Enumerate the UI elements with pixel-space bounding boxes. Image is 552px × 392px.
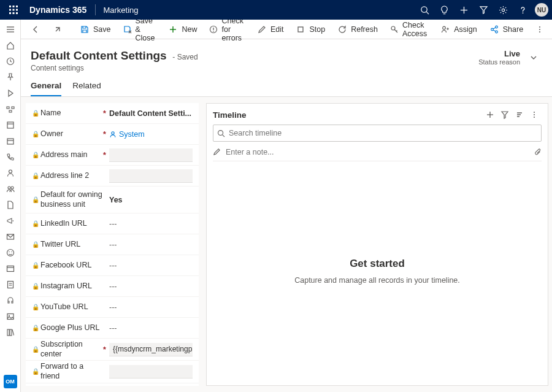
field-default-bu[interactable]: 🔒 Default for owning business unit Yes [26, 186, 199, 213]
field-address-main[interactable]: 🔒 Address main * [26, 145, 199, 166]
image-icon [6, 312, 15, 321]
field-value: Default Content Setti... [109, 107, 193, 120]
advanced-find-button[interactable] [473, 0, 493, 20]
nav-social[interactable] [2, 245, 19, 260]
new-button[interactable]: New [163, 21, 202, 38]
plus-icon [486, 110, 494, 119]
nav-announcement[interactable] [2, 213, 19, 228]
settings-button[interactable] [493, 0, 513, 20]
svg-point-40 [9, 315, 10, 317]
assistant-button[interactable] [434, 0, 454, 20]
nav-reports[interactable] [2, 198, 19, 212]
nav-assets[interactable] [2, 309, 19, 324]
share-button[interactable]: Share [485, 21, 528, 38]
tab-general[interactable]: General [31, 81, 61, 96]
field-address2[interactable]: 🔒 Address line 2 [26, 166, 199, 186]
nav-calendar[interactable] [2, 134, 19, 148]
edit-button[interactable]: Edit [252, 21, 289, 38]
field-youtube[interactable]: 🔒 YouTube URL --- [26, 297, 199, 318]
owner-link[interactable]: System [109, 130, 145, 139]
nav-segments[interactable] [2, 102, 19, 117]
quick-create-button[interactable] [454, 0, 473, 20]
open-new-button[interactable] [48, 21, 67, 38]
nav-recent[interactable] [2, 54, 19, 69]
field-value[interactable] [109, 148, 193, 162]
svg-point-56 [539, 31, 540, 33]
app-launcher-button[interactable] [4, 0, 23, 20]
nav-home[interactable] [2, 38, 19, 53]
field-twitter[interactable]: 🔒 Twitter URL --- [26, 234, 199, 255]
svg-rect-22 [9, 110, 12, 112]
clock-icon [6, 57, 15, 66]
refresh-button[interactable]: Refresh [332, 21, 383, 38]
nav-web[interactable] [2, 261, 19, 276]
nav-contacts-multi[interactable] [2, 182, 19, 196]
timeline-add-button[interactable] [483, 107, 497, 122]
field-name[interactable]: 🔒 Name * Default Content Setti... [26, 103, 199, 124]
nav-phone[interactable] [2, 150, 19, 164]
field-subscription-center[interactable]: 🔒 Subscription center * {{msdyncrm_marke… [26, 339, 199, 361]
edit-label: Edit [270, 25, 284, 34]
template-icon [6, 121, 15, 129]
timeline-note-input[interactable] [226, 148, 529, 156]
phone-icon [6, 153, 15, 161]
timeline-filter-button[interactable] [497, 107, 512, 122]
assign-label: Assign [454, 25, 477, 34]
field-instagram[interactable]: 🔒 Instagram URL --- [26, 276, 199, 297]
calendar-icon [6, 137, 15, 145]
app-name-label[interactable]: Marketing [98, 6, 143, 15]
nav-play[interactable] [2, 86, 19, 101]
lock-icon: 🔒 [32, 152, 39, 158]
field-label: Address line 2 [39, 171, 103, 181]
form-icon [6, 280, 15, 289]
nav-templates[interactable] [2, 118, 19, 133]
record-header: Default Content Settings - Saved Content… [21, 39, 552, 72]
nav-email[interactable] [2, 229, 19, 244]
back-button[interactable] [26, 21, 45, 38]
save-button[interactable]: Save [75, 21, 116, 38]
svg-point-32 [9, 252, 9, 252]
tab-related[interactable]: Related [72, 81, 101, 96]
record-title: Default Content Settings [31, 49, 167, 62]
timeline-empty-subtitle: Capture and manage all records in your t… [294, 276, 460, 285]
timeline-more-button[interactable] [527, 107, 542, 122]
area-switcher[interactable]: OM [4, 375, 17, 388]
required-marker: * [103, 109, 109, 118]
nav-forms[interactable] [2, 277, 19, 292]
nav-toggle-button[interactable] [2, 22, 19, 37]
svg-point-57 [112, 131, 114, 134]
timeline-search[interactable] [213, 125, 542, 142]
timeline-sort-button[interactable] [512, 107, 527, 122]
field-value[interactable] [109, 169, 193, 183]
help-button[interactable] [513, 0, 532, 20]
field-value[interactable]: {{msdyncrm_marketingp [109, 343, 193, 356]
field-googleplus[interactable]: 🔒 Google Plus URL --- [26, 318, 199, 339]
owner-name: System [119, 130, 145, 139]
check-access-button[interactable]: Check Access [385, 21, 433, 38]
header-expand-button[interactable] [525, 49, 542, 66]
field-linkedin[interactable]: 🔒 LinkedIn URL --- [26, 213, 199, 234]
timeline-search-input[interactable] [229, 129, 537, 137]
field-label: Default for owning business unit [39, 190, 103, 209]
field-value[interactable] [109, 365, 193, 379]
timeline-note-row[interactable] [213, 143, 542, 161]
svg-rect-41 [7, 329, 9, 336]
field-facebook[interactable]: 🔒 Facebook URL --- [26, 255, 199, 276]
assign-button[interactable]: Assign [435, 21, 482, 38]
user-avatar[interactable]: NU [535, 3, 548, 17]
brand-label[interactable]: Dynamics 365 [23, 5, 93, 15]
nav-contacts-single[interactable] [2, 166, 19, 180]
field-forward[interactable]: 🔒 Forward to a friend [26, 361, 199, 383]
refresh-icon [338, 25, 347, 34]
check-errors-button[interactable]: Check for errors [204, 21, 249, 38]
nav-library[interactable] [2, 325, 19, 340]
stop-button[interactable]: Stop [291, 21, 330, 38]
attachment-icon[interactable] [534, 148, 542, 156]
nav-pinned[interactable] [2, 70, 19, 85]
save-close-button[interactable]: Save & Close [118, 21, 161, 38]
cmd-overflow-button[interactable] [531, 21, 549, 38]
search-button[interactable] [415, 0, 434, 20]
nav-call2[interactable] [2, 293, 19, 308]
svg-rect-6 [9, 12, 11, 14]
field-owner[interactable]: 🔒 Owner * System [26, 124, 199, 145]
